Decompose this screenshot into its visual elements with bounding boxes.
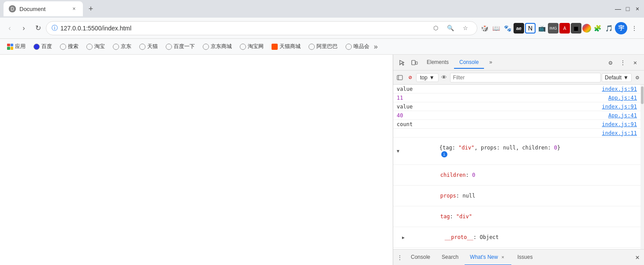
extension-3[interactable]: 🐾 <box>502 23 513 34</box>
extension-google[interactable] <box>582 24 591 33</box>
console-link-6[interactable]: index.js:11 <box>602 130 637 136</box>
bottom-tab-whats-new[interactable]: What's New × <box>465 250 511 265</box>
console-filter-input[interactable] <box>450 73 601 82</box>
tab-close-button[interactable]: × <box>71 5 78 12</box>
extension-5[interactable]: 📺 <box>536 23 547 34</box>
device-emulation-icon[interactable] <box>409 57 420 68</box>
select-element-icon[interactable] <box>397 57 407 68</box>
eye-icon[interactable]: 👁 <box>439 73 449 82</box>
devtools-bottom-close[interactable]: × <box>633 253 642 262</box>
console-link-4[interactable]: App.js:41 <box>608 112 637 119</box>
console-text-children: children: 0 <box>402 166 637 184</box>
bookmark-baidu[interactable]: 百度 <box>30 41 56 52</box>
menu-icon[interactable]: ⋮ <box>628 22 640 34</box>
bookmark-alibaba-label: 阿里巴巴 <box>316 43 338 50</box>
devtools-close-icon[interactable]: × <box>630 57 640 68</box>
extension-icons: 🎲 📖 🐾 ae N 📺 IMG A ◼ 🧩 🎵 宇 ⋮ <box>479 22 640 34</box>
bottom-tab-search-label: Search <box>442 254 458 260</box>
close-window-button[interactable]: × <box>634 6 640 12</box>
bottom-tab-console[interactable]: Console <box>406 250 436 265</box>
bookmark-apps[interactable]: 应用 <box>4 41 29 52</box>
bookmarks-more-button[interactable]: » <box>374 43 378 51</box>
reload-button[interactable]: ↻ <box>32 22 44 34</box>
console-link-2[interactable]: App.js:41 <box>608 95 637 101</box>
devtools-bottom-bar: ⋮ Console Search What's New × Issues × <box>393 249 644 265</box>
extension-img[interactable]: IMG <box>548 23 558 34</box>
extension-puzzle[interactable]: 🧩 <box>592 23 603 34</box>
console-link-5[interactable]: index.js:91 <box>602 121 637 127</box>
bookmark-jd-mall[interactable]: 京东商城 <box>199 41 235 52</box>
context-selector[interactable]: top ▼ <box>416 73 439 82</box>
console-settings-icon[interactable]: ⚙ <box>633 73 642 82</box>
bottom-tab-close-button[interactable]: × <box>500 254 506 260</box>
bottom-more-icon[interactable]: ⋮ <box>395 253 405 262</box>
bookmark-tmall-mall[interactable]: 天猫商城 <box>268 41 304 52</box>
minimize-button[interactable]: — <box>615 6 621 12</box>
bookmark-vipshop[interactable]: 唯品会 <box>342 41 373 52</box>
bookmark-baidu-search-label: 百度一下 <box>174 43 195 50</box>
devtools-header: Elements Console » ⚙ ⋮ × <box>393 55 644 71</box>
bookmark-baidu-search[interactable]: 百度一下 <box>162 41 198 52</box>
sidebar-toggle-icon[interactable] <box>395 73 405 82</box>
console-text-value-2: value <box>397 104 599 110</box>
devtools-more-icon[interactable]: ⋮ <box>618 57 628 68</box>
extension-music[interactable]: 🎵 <box>603 23 614 34</box>
console-number-11: 11 <box>397 95 403 101</box>
log-level-selector[interactable]: Default ▼ <box>602 73 632 82</box>
bookmark-alibaba[interactable]: 阿里巴巴 <box>305 41 341 52</box>
devtools-panel: Elements Console » ⚙ ⋮ × ⊘ top <box>393 55 644 265</box>
console-link-1[interactable]: index.js:91 <box>602 86 637 92</box>
bookmark-tmall-mall-label: 天猫商城 <box>279 43 301 50</box>
bookmark-taobao-net[interactable]: 淘宝网 <box>236 41 267 52</box>
extension-adobe[interactable]: A <box>559 23 570 34</box>
devtools-settings-icon[interactable]: ⚙ <box>605 57 616 68</box>
extension-dark[interactable]: ◼ <box>571 23 581 34</box>
maximize-button[interactable]: □ <box>625 6 631 12</box>
address-bar[interactable]: ⓘ 127.0.0.1:5500/index.html ⬡ 🔍 ☆ <box>46 21 477 35</box>
bookmark-star-icon[interactable]: ☆ <box>459 22 472 34</box>
bookmark-jd-label: 京东 <box>121 43 131 50</box>
tab-more[interactable]: » <box>484 56 498 69</box>
console-row-object[interactable]: ▼ {tag: "div", props: null, children: 0}… <box>393 138 640 165</box>
alibaba-globe-icon <box>309 44 315 50</box>
console-text-count: count <box>397 121 599 127</box>
baidu-icon <box>34 44 40 50</box>
security-icon: ⓘ <box>52 24 58 32</box>
bookmark-search[interactable]: 搜索 <box>56 41 82 52</box>
bottom-tab-issues[interactable]: Issues <box>512 250 538 265</box>
bookmark-taobao[interactable]: 淘宝 <box>83 41 108 52</box>
bookmark-baidu-label: 百度 <box>41 43 52 50</box>
console-link-3[interactable]: index.js:91 <box>602 104 637 110</box>
extension-n[interactable]: N <box>525 23 536 34</box>
translate-icon[interactable]: ⬡ <box>429 22 442 34</box>
console-row-tag: tag: "div" <box>393 206 640 227</box>
console-text-props: props: null <box>402 187 637 205</box>
console-row-proto[interactable]: ▶ __proto__: Object <box>393 227 640 248</box>
bookmark-jd[interactable]: 京东 <box>109 41 135 52</box>
extension-ae[interactable]: ae <box>514 23 524 34</box>
forward-button[interactable]: › <box>18 22 30 34</box>
extension-2[interactable]: 📖 <box>491 23 501 34</box>
tab-elements[interactable]: Elements <box>421 56 454 69</box>
stop-log-icon[interactable]: ⊘ <box>406 73 415 82</box>
tab-console[interactable]: Console <box>454 56 484 69</box>
profile-avatar[interactable]: 宇 <box>615 22 627 34</box>
svg-text:D: D <box>11 7 14 11</box>
svg-text:A: A <box>563 26 566 31</box>
tab-favicon: D <box>9 5 16 12</box>
bottom-tab-search[interactable]: Search <box>436 250 464 265</box>
expand-arrow-icon: ▼ <box>397 149 399 153</box>
tab-title: Document <box>19 6 67 12</box>
new-tab-button[interactable]: + <box>85 3 97 15</box>
back-button[interactable]: ‹ <box>4 22 16 34</box>
page-content <box>0 55 393 265</box>
zoom-icon[interactable]: 🔍 <box>444 22 457 34</box>
devtools-scrollbar[interactable] <box>640 85 644 249</box>
extension-1[interactable]: 🎲 <box>479 23 490 34</box>
console-row-props: props: null <box>393 186 640 206</box>
browser-tab[interactable]: D Document × <box>4 1 83 16</box>
bookmark-tmall[interactable]: 天猫 <box>136 41 161 52</box>
scroll-thumb[interactable] <box>641 86 644 104</box>
jd-globe-icon <box>113 44 119 50</box>
console-number-40: 40 <box>397 112 403 119</box>
